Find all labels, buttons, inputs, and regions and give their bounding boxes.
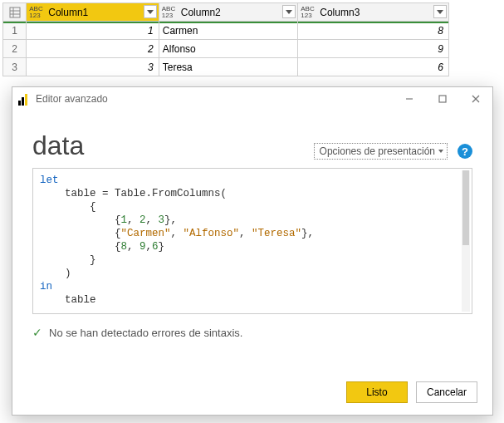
close-button[interactable] <box>459 87 492 111</box>
svg-rect-0 <box>10 7 20 17</box>
table-row[interactable]: 3 3 Teresa 6 <box>3 58 449 76</box>
scrollbar[interactable] <box>462 170 470 312</box>
type-any-icon: ABC 123 <box>301 6 316 19</box>
column-header-1[interactable]: ABC 123 Column1 <box>27 3 159 22</box>
table-row[interactable]: 2 2 Alfonso 9 <box>3 40 449 58</box>
cell[interactable]: Carmen <box>159 22 298 40</box>
help-icon[interactable]: ? <box>458 144 472 159</box>
column-header-3[interactable]: ABC 123 Column3 <box>298 3 449 22</box>
done-button[interactable]: Listo <box>346 381 408 403</box>
type-any-icon: ABC 123 <box>162 6 177 19</box>
cell[interactable]: 6 <box>298 58 449 76</box>
maximize-button[interactable] <box>426 87 459 111</box>
minimize-button[interactable] <box>393 87 426 111</box>
filter-dropdown-icon[interactable] <box>433 5 447 18</box>
cell[interactable]: 9 <box>298 40 449 58</box>
column-header-2[interactable]: ABC 123 Column2 <box>159 3 298 22</box>
presentation-options-dropdown[interactable]: Opciones de presentación <box>314 143 448 160</box>
cell[interactable]: 2 <box>27 40 159 58</box>
type-any-icon: ABC 123 <box>29 6 44 19</box>
dialog-title: Editor avanzado <box>36 93 108 105</box>
powerbi-icon <box>17 92 31 106</box>
svg-rect-5 <box>439 96 446 102</box>
grid-corner[interactable] <box>3 3 27 22</box>
cell[interactable]: 8 <box>298 22 449 40</box>
column-header-label: Column3 <box>320 7 360 18</box>
column-header-label: Column1 <box>48 7 88 18</box>
cell[interactable]: Teresa <box>159 58 298 76</box>
row-number: 2 <box>3 40 27 58</box>
cell[interactable]: 1 <box>27 22 159 40</box>
table-row[interactable]: 1 1 Carmen 8 <box>3 22 449 40</box>
check-icon: ✓ <box>32 326 42 339</box>
data-grid: ABC 123 Column1 ABC 123 Column2 ABC 123 … <box>2 2 449 76</box>
syntax-status-text: No se han detectado errores de sintaxis. <box>49 327 242 339</box>
row-number: 1 <box>3 22 27 40</box>
cell[interactable]: 3 <box>27 58 159 76</box>
column-header-label: Column2 <box>181 7 221 18</box>
scrollbar-thumb[interactable] <box>462 170 469 245</box>
query-name: data <box>32 130 84 161</box>
filter-dropdown-icon[interactable] <box>282 5 296 18</box>
filter-dropdown-icon[interactable] <box>144 5 157 18</box>
syntax-status: ✓ No se han detectado errores de sintaxi… <box>32 326 472 339</box>
code-editor[interactable]: let table = Table.FromColumns( { {1, 2, … <box>32 168 472 314</box>
row-number: 3 <box>3 58 27 76</box>
cancel-button[interactable]: Cancelar <box>416 381 477 403</box>
cell[interactable]: Alfonso <box>159 40 298 58</box>
advanced-editor-dialog: Editor avanzado data Opciones de present… <box>12 86 493 416</box>
dialog-titlebar[interactable]: Editor avanzado <box>12 87 492 111</box>
